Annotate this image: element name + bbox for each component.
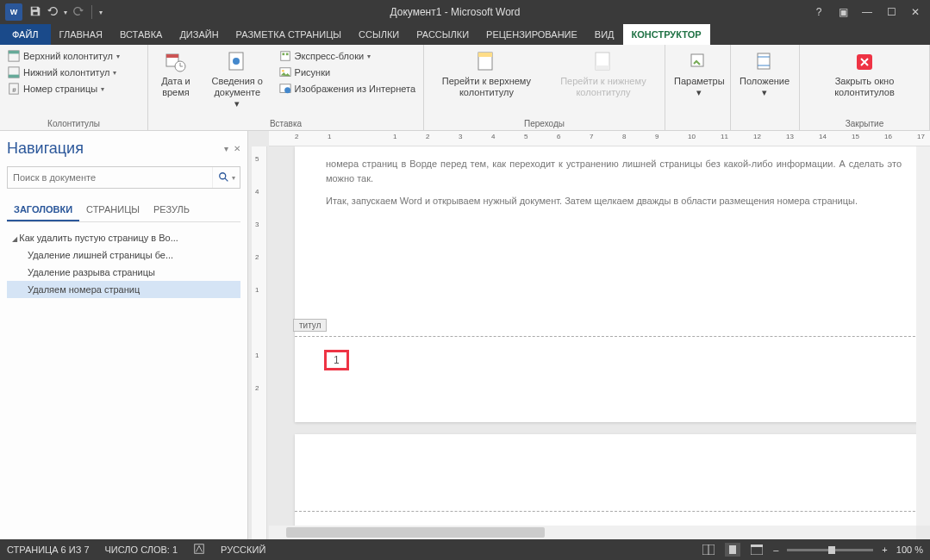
page-number-highlight[interactable]: 1 (324, 350, 349, 370)
titlebar: W ▾ ▾ Документ1 - Microsoft Word ? ▣ — ☐… (0, 0, 930, 24)
tab-home[interactable]: ГЛАВНАЯ (51, 24, 111, 45)
tab-view[interactable]: ВИД (586, 24, 623, 45)
ribbon-tabs: ФАЙЛ ГЛАВНАЯ ВСТАВКА ДИЗАЙН РАЗМЕТКА СТР… (0, 24, 930, 45)
footer-area[interactable] (295, 336, 916, 422)
group-label-close: Закрытие (805, 118, 924, 128)
body-text[interactable]: Итак, запускаем Word и открываем нужный … (326, 194, 902, 208)
heading-item[interactable]: Удаляем номера страниц (7, 281, 240, 298)
word-icon: W (5, 3, 22, 21)
zoom-slider[interactable] (787, 549, 873, 551)
document-area: 211234567891011121314151617 5432112 номе… (248, 131, 930, 539)
zoom-in-button[interactable]: + (882, 544, 887, 555)
print-layout-icon[interactable] (725, 543, 740, 557)
group-label-navigation: Переходы (429, 118, 659, 128)
svg-line-30 (224, 178, 228, 182)
tab-insert[interactable]: ВСТАВКА (111, 24, 171, 45)
footer-button[interactable]: Нижний колонтитул▾ (5, 65, 122, 80)
vertical-scrollbar[interactable] (916, 146, 930, 526)
search-input[interactable] (8, 167, 212, 188)
pictures-button[interactable]: Рисунки (277, 65, 418, 80)
online-pictures-button[interactable]: Изображения из Интернета (277, 81, 418, 96)
svg-rect-36 (751, 544, 763, 547)
svg-rect-24 (691, 54, 703, 66)
tab-design[interactable]: ДИЗАЙН (171, 24, 227, 45)
undo-dropdown-icon[interactable]: ▾ (64, 9, 67, 16)
status-language[interactable]: РУССКИЙ (221, 544, 265, 555)
tab-layout[interactable]: РАЗМЕТКА СТРАНИЦЫ (228, 24, 350, 45)
horizontal-ruler[interactable]: 211234567891011121314151617 (269, 131, 930, 146)
svg-rect-25 (758, 53, 770, 69)
read-mode-icon[interactable] (701, 543, 716, 557)
svg-rect-5 (9, 75, 19, 78)
nav-tab-pages[interactable]: СТРАНИЦЫ (79, 199, 147, 221)
options-button[interactable]: Параметры▾ (671, 48, 728, 100)
status-bar: СТРАНИЦА 6 ИЗ 7 ЧИСЛО СЛОВ: 1 РУССКИЙ – … (0, 539, 930, 560)
svg-rect-13 (280, 52, 290, 61)
save-icon[interactable] (29, 5, 41, 20)
zoom-out-button[interactable]: – (773, 544, 778, 555)
status-words[interactable]: ЧИСЛО СЛОВ: 1 (105, 544, 178, 555)
svg-rect-21 (478, 53, 492, 57)
goto-header-button[interactable]: Перейти к верхнему колонтитулу (429, 48, 544, 100)
header-button[interactable]: Верхний колонтитул▾ (5, 48, 122, 64)
position-button[interactable]: Положение▾ (736, 48, 793, 100)
zoom-level[interactable]: 100 % (896, 544, 923, 555)
help-icon[interactable]: ? (808, 3, 830, 21)
svg-point-17 (282, 70, 284, 72)
proofing-icon[interactable] (193, 543, 205, 557)
footer-tab-label[interactable]: титул (293, 319, 327, 332)
date-time-button[interactable]: Дата и время (153, 48, 198, 100)
tab-file[interactable]: ФАЙЛ (0, 24, 51, 45)
tab-design-tools[interactable]: КОНСТРУКТОР (623, 24, 710, 45)
window-title: Документ1 - Microsoft Word (103, 6, 808, 18)
group-label-insert: Вставка (153, 118, 418, 128)
nav-close-icon[interactable]: ✕ (234, 144, 240, 153)
ribbon: Верхний колонтитул▾ Нижний колонтитул▾ #… (0, 45, 930, 131)
svg-rect-15 (285, 53, 288, 56)
search-box[interactable]: ▾ (7, 166, 240, 189)
navigation-pane: Навигация ▾✕ ▾ ЗАГОЛОВКИ СТРАНИЦЫ РЕЗУЛЬ… (0, 131, 248, 539)
svg-rect-34 (729, 545, 736, 554)
close-button[interactable]: ✕ (904, 3, 927, 21)
goto-footer-button: Перейти к нижнему колонтитулу (547, 48, 659, 100)
undo-icon[interactable] (47, 5, 59, 20)
svg-rect-0 (33, 7, 37, 9)
redo-icon[interactable] (72, 5, 84, 20)
svg-point-19 (284, 87, 290, 93)
nav-dropdown-icon[interactable]: ▾ (224, 144, 228, 153)
status-page[interactable]: СТРАНИЦА 6 ИЗ 7 (7, 544, 90, 555)
ribbon-display-icon[interactable]: ▣ (832, 3, 854, 21)
tab-mailings[interactable]: РАССЫЛКИ (408, 24, 477, 45)
svg-rect-3 (9, 51, 19, 54)
document-canvas[interactable]: номера страниц в Ворде перед тем, как пе… (269, 146, 916, 526)
page[interactable] (295, 434, 916, 526)
doc-info-button[interactable]: Сведения о документе▾ (202, 48, 273, 112)
tab-review[interactable]: РЕЦЕНЗИРОВАНИЕ (477, 24, 586, 45)
web-layout-icon[interactable] (749, 543, 765, 557)
svg-point-12 (233, 58, 240, 65)
horizontal-scrollbar[interactable] (269, 526, 916, 539)
quick-parts-button[interactable]: Экспресс-блоки▾ (277, 48, 418, 64)
nav-tab-results[interactable]: РЕЗУЛЬ (147, 199, 197, 221)
page-number-button[interactable]: #Номер страницы▾ (5, 81, 122, 96)
maximize-button[interactable]: ☐ (880, 3, 902, 21)
svg-rect-14 (282, 53, 284, 56)
svg-text:#: # (12, 86, 16, 94)
headings-list: Как удалить пустую страницу в Во... Удал… (7, 229, 240, 298)
vertical-ruler[interactable]: 5432112 (252, 146, 267, 539)
heading-item[interactable]: Как удалить пустую страницу в Во... (7, 229, 240, 246)
close-header-footer-button[interactable]: Закрыть окно колонтитулов (805, 48, 924, 100)
search-icon[interactable]: ▾ (212, 167, 240, 188)
page[interactable]: номера страниц в Ворде перед тем, как пе… (295, 146, 916, 422)
heading-item[interactable]: Удаление разрыва страницы (7, 264, 240, 281)
nav-tab-headings[interactable]: ЗАГОЛОВКИ (7, 199, 79, 221)
group-label-headers: Колонтитулы (5, 118, 142, 128)
scrollbar-thumb[interactable] (286, 527, 545, 538)
nav-title: Навигация ▾✕ (7, 140, 240, 158)
header-area[interactable] (295, 434, 916, 512)
svg-rect-9 (166, 54, 178, 58)
minimize-button[interactable]: — (856, 3, 878, 21)
heading-item[interactable]: Удаление лишней страницы бе... (7, 246, 240, 264)
tab-references[interactable]: ССЫЛКИ (350, 24, 408, 45)
body-text[interactable]: номера страниц в Ворде перед тем, как пе… (326, 157, 902, 185)
